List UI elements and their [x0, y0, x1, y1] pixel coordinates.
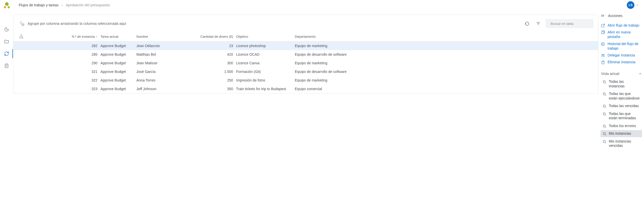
cell-amount: 300 — [175, 61, 233, 65]
svg-point-13 — [602, 54, 603, 55]
current-view-header[interactable]: Vista actual — [601, 72, 642, 76]
cell-task: Approve Budget — [100, 70, 133, 74]
warning-icon — [19, 34, 24, 39]
group-by-hint: Agrupe por columna arrastrando la column… — [19, 21, 126, 26]
svg-rect-3 — [20, 22, 22, 24]
column-current-task[interactable]: Tarea actual — [100, 35, 133, 38]
nav-chart-icon[interactable] — [3, 25, 11, 33]
action-trash[interactable]: Eliminar instancia — [600, 59, 642, 65]
left-nav — [0, 10, 13, 221]
view-label: Todas las instancias — [609, 79, 640, 88]
svg-line-26 — [605, 135, 606, 135]
svg-rect-4 — [22, 24, 24, 26]
nav-clipboard-icon[interactable] — [3, 62, 11, 70]
cell-objective: Formación (Git) — [236, 70, 292, 74]
user-menu[interactable]: LS — [627, 1, 639, 9]
svg-line-28 — [605, 142, 606, 143]
column-instance-no[interactable]: N.º de instancia ↑ — [37, 35, 97, 38]
columns-button[interactable] — [534, 20, 542, 27]
cell-instance-no: 282 — [37, 44, 97, 48]
table-search[interactable] — [546, 19, 594, 28]
view-item[interactable]: Mis instancias vencidas — [600, 138, 642, 149]
table-header: N.º de instancia ↑ Tarea actual Nombre C… — [13, 32, 598, 42]
history-icon — [601, 42, 605, 46]
app-logo[interactable] — [4, 2, 10, 8]
breadcrumb-current: Aprobación del presupuesto — [66, 3, 110, 7]
action-delegate[interactable]: Delegar instancia — [600, 52, 642, 58]
collapse-right-icon — [601, 14, 606, 17]
cell-objective: Licence Canva — [236, 61, 292, 65]
cell-name: Jean Matisse — [136, 61, 172, 65]
svg-point-15 — [603, 81, 606, 83]
view-item[interactable]: Todas las vencidas — [600, 103, 642, 110]
breadcrumb-root[interactable]: Flujos de trabajo y tareas — [19, 3, 58, 7]
cell-department: Equipo comercial — [295, 87, 594, 91]
reset-button[interactable] — [523, 20, 531, 27]
cell-name: Anna Torres — [136, 78, 172, 82]
search-icon — [603, 79, 606, 84]
view-item[interactable]: Todas las instancias — [600, 78, 642, 90]
column-amount[interactable]: Cantidad de dinero (€) — [175, 35, 233, 38]
view-item[interactable]: Todas las que están terminadas — [600, 110, 642, 122]
search-icon — [603, 112, 606, 116]
svg-point-17 — [603, 93, 606, 95]
view-item[interactable]: Mis instancias — [600, 130, 642, 137]
column-objective[interactable]: Objetivo — [236, 35, 292, 38]
table-row[interactable]: 285Approve BudgetMatthias Bel420Licence … — [13, 50, 598, 59]
table-row[interactable]: 321Approve BudgetJosé García1.500Formaci… — [13, 67, 598, 76]
right-panel: Acciones Abrir flujo de trabajoAbrir en … — [599, 10, 644, 221]
action-label: Eliminar instancia — [608, 60, 641, 64]
action-history[interactable]: Historial del flujo de trabajo — [600, 41, 642, 51]
view-label: Todos los errores — [609, 124, 640, 128]
cell-department: Equipo de marketing — [295, 78, 594, 82]
view-label: Todas las que están terminadas — [609, 112, 640, 120]
cell-name: Jean Délacroix — [136, 44, 172, 48]
group-icon — [19, 21, 25, 26]
table-row[interactable]: 323Approve BudgetJeff Johnson350Train ti… — [13, 85, 598, 93]
cell-amount: 250 — [175, 78, 233, 82]
action-new-tab[interactable]: Abrir en nueva pestaña — [600, 29, 642, 40]
cell-instance-no: 322 — [37, 78, 97, 82]
cell-task: Approve Budget — [100, 87, 133, 91]
cell-name: José García — [136, 70, 172, 74]
table-row[interactable]: 282Approve BudgetJean Délacroix23Licence… — [13, 42, 598, 50]
cell-amount: 1.500 — [175, 70, 233, 74]
chevron-up-icon — [638, 72, 642, 75]
svg-point-21 — [603, 113, 606, 115]
cell-task: Approve Budget — [100, 78, 133, 82]
action-label: Abrir flujo de trabajo — [608, 23, 641, 28]
column-department[interactable]: Departamento — [295, 35, 594, 38]
svg-point-27 — [603, 140, 606, 143]
cell-instance-no: 323 — [37, 87, 97, 91]
action-label: Historial del flujo de trabajo — [608, 42, 641, 51]
svg-point-25 — [603, 133, 606, 135]
chevron-down-icon — [636, 4, 639, 7]
view-item[interactable]: Todas las que están ejecutándose — [600, 90, 642, 102]
column-name[interactable]: Nombre — [136, 35, 172, 38]
actions-header[interactable]: Acciones — [600, 14, 642, 18]
cell-department: Equipo de marketing — [295, 44, 594, 48]
cell-department: Equipo de desarrollo de software — [295, 70, 594, 74]
svg-line-18 — [605, 95, 606, 96]
cell-instance-no: 290 — [37, 61, 97, 65]
open-external-icon — [601, 23, 605, 28]
cell-amount: 420 — [175, 52, 233, 56]
svg-rect-12 — [601, 31, 604, 34]
search-input[interactable] — [551, 22, 593, 26]
table-row[interactable]: 290Approve BudgetJean Matisse300Licence … — [13, 59, 598, 67]
sort-ascending-icon: ↑ — [96, 35, 98, 38]
nav-workflow-icon[interactable] — [3, 50, 11, 58]
cell-task: Approve Budget — [100, 44, 133, 48]
cell-department: Equipo de desarrollo de software — [295, 52, 594, 56]
search-icon — [603, 92, 606, 96]
svg-point-11 — [21, 37, 21, 38]
search-icon — [603, 124, 606, 128]
view-item[interactable]: Todos los errores — [600, 123, 642, 130]
table-row[interactable]: 322Approve BudgetAnna Torres250Impresión… — [13, 76, 598, 85]
column-warning[interactable] — [19, 34, 34, 39]
action-open-external[interactable]: Abrir flujo de trabajo — [600, 22, 642, 28]
cell-instance-no: 321 — [37, 70, 97, 74]
cell-task: Approve Budget — [100, 52, 133, 56]
cell-objective: Licence photoshop — [236, 44, 292, 48]
nav-folder-icon[interactable] — [3, 37, 11, 46]
